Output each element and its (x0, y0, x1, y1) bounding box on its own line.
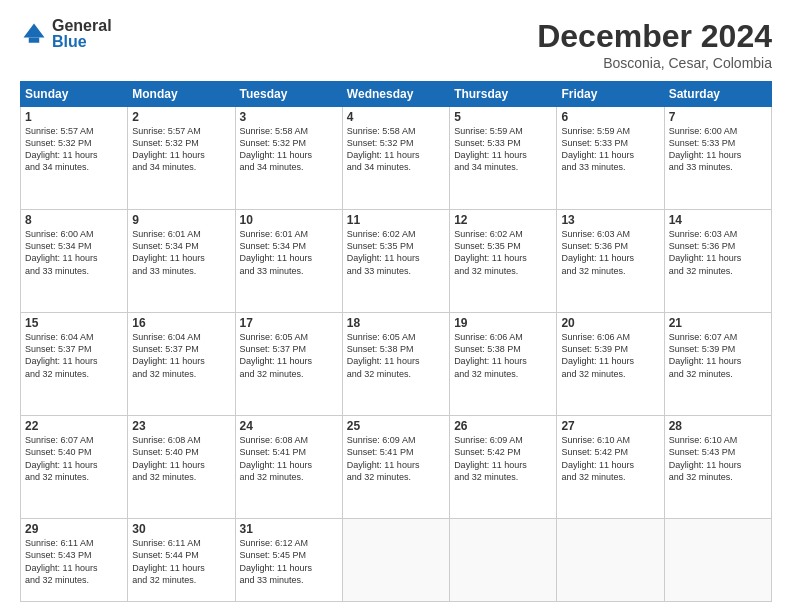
day-number: 4 (347, 110, 445, 124)
weekday-header: Tuesday (235, 82, 342, 107)
calendar-cell: 5Sunrise: 5:59 AM Sunset: 5:33 PM Daylig… (450, 107, 557, 210)
day-info: Sunrise: 5:57 AM Sunset: 5:32 PM Dayligh… (25, 125, 123, 174)
calendar-cell: 1Sunrise: 5:57 AM Sunset: 5:32 PM Daylig… (21, 107, 128, 210)
day-number: 17 (240, 316, 338, 330)
day-number: 28 (669, 419, 767, 433)
calendar-week-row: 1Sunrise: 5:57 AM Sunset: 5:32 PM Daylig… (21, 107, 772, 210)
calendar-cell: 9Sunrise: 6:01 AM Sunset: 5:34 PM Daylig… (128, 210, 235, 313)
day-info: Sunrise: 5:59 AM Sunset: 5:33 PM Dayligh… (454, 125, 552, 174)
day-info: Sunrise: 6:05 AM Sunset: 5:37 PM Dayligh… (240, 331, 338, 380)
calendar-cell: 17Sunrise: 6:05 AM Sunset: 5:37 PM Dayli… (235, 313, 342, 416)
day-info: Sunrise: 6:01 AM Sunset: 5:34 PM Dayligh… (240, 228, 338, 277)
logo-icon (20, 20, 48, 48)
logo-general-text: General (52, 18, 112, 34)
day-info: Sunrise: 6:09 AM Sunset: 5:41 PM Dayligh… (347, 434, 445, 483)
calendar-week-row: 22Sunrise: 6:07 AM Sunset: 5:40 PM Dayli… (21, 416, 772, 519)
day-info: Sunrise: 6:08 AM Sunset: 5:40 PM Dayligh… (132, 434, 230, 483)
day-number: 11 (347, 213, 445, 227)
day-info: Sunrise: 6:08 AM Sunset: 5:41 PM Dayligh… (240, 434, 338, 483)
day-info: Sunrise: 6:09 AM Sunset: 5:42 PM Dayligh… (454, 434, 552, 483)
title-block: December 2024 Bosconia, Cesar, Colombia (537, 18, 772, 71)
day-number: 13 (561, 213, 659, 227)
day-number: 15 (25, 316, 123, 330)
header-row: SundayMondayTuesdayWednesdayThursdayFrid… (21, 82, 772, 107)
calendar-cell: 19Sunrise: 6:06 AM Sunset: 5:38 PM Dayli… (450, 313, 557, 416)
day-info: Sunrise: 5:58 AM Sunset: 5:32 PM Dayligh… (240, 125, 338, 174)
calendar-cell: 20Sunrise: 6:06 AM Sunset: 5:39 PM Dayli… (557, 313, 664, 416)
calendar-cell: 24Sunrise: 6:08 AM Sunset: 5:41 PM Dayli… (235, 416, 342, 519)
calendar-cell (664, 519, 771, 602)
day-number: 22 (25, 419, 123, 433)
page: General Blue December 2024 Bosconia, Ces… (0, 0, 792, 612)
calendar-cell: 26Sunrise: 6:09 AM Sunset: 5:42 PM Dayli… (450, 416, 557, 519)
calendar-cell: 23Sunrise: 6:08 AM Sunset: 5:40 PM Dayli… (128, 416, 235, 519)
day-number: 9 (132, 213, 230, 227)
month-title: December 2024 (537, 18, 772, 55)
day-number: 3 (240, 110, 338, 124)
weekday-header: Monday (128, 82, 235, 107)
day-info: Sunrise: 6:01 AM Sunset: 5:34 PM Dayligh… (132, 228, 230, 277)
calendar-cell: 30Sunrise: 6:11 AM Sunset: 5:44 PM Dayli… (128, 519, 235, 602)
calendar-cell (450, 519, 557, 602)
day-info: Sunrise: 6:12 AM Sunset: 5:45 PM Dayligh… (240, 537, 338, 586)
calendar-cell: 11Sunrise: 6:02 AM Sunset: 5:35 PM Dayli… (342, 210, 449, 313)
day-info: Sunrise: 6:10 AM Sunset: 5:43 PM Dayligh… (669, 434, 767, 483)
calendar-cell: 25Sunrise: 6:09 AM Sunset: 5:41 PM Dayli… (342, 416, 449, 519)
day-number: 5 (454, 110, 552, 124)
calendar-cell: 31Sunrise: 6:12 AM Sunset: 5:45 PM Dayli… (235, 519, 342, 602)
day-number: 21 (669, 316, 767, 330)
day-number: 31 (240, 522, 338, 536)
calendar-cell: 8Sunrise: 6:00 AM Sunset: 5:34 PM Daylig… (21, 210, 128, 313)
calendar-cell: 15Sunrise: 6:04 AM Sunset: 5:37 PM Dayli… (21, 313, 128, 416)
day-number: 27 (561, 419, 659, 433)
weekday-header: Saturday (664, 82, 771, 107)
calendar-cell: 21Sunrise: 6:07 AM Sunset: 5:39 PM Dayli… (664, 313, 771, 416)
calendar-week-row: 15Sunrise: 6:04 AM Sunset: 5:37 PM Dayli… (21, 313, 772, 416)
calendar-cell: 6Sunrise: 5:59 AM Sunset: 5:33 PM Daylig… (557, 107, 664, 210)
weekday-header: Wednesday (342, 82, 449, 107)
calendar-cell: 7Sunrise: 6:00 AM Sunset: 5:33 PM Daylig… (664, 107, 771, 210)
day-info: Sunrise: 6:07 AM Sunset: 5:39 PM Dayligh… (669, 331, 767, 380)
day-info: Sunrise: 6:04 AM Sunset: 5:37 PM Dayligh… (132, 331, 230, 380)
day-info: Sunrise: 6:07 AM Sunset: 5:40 PM Dayligh… (25, 434, 123, 483)
calendar-cell (557, 519, 664, 602)
day-number: 12 (454, 213, 552, 227)
calendar-cell: 27Sunrise: 6:10 AM Sunset: 5:42 PM Dayli… (557, 416, 664, 519)
day-info: Sunrise: 6:00 AM Sunset: 5:34 PM Dayligh… (25, 228, 123, 277)
header: General Blue December 2024 Bosconia, Ces… (20, 18, 772, 71)
calendar-cell: 3Sunrise: 5:58 AM Sunset: 5:32 PM Daylig… (235, 107, 342, 210)
day-number: 2 (132, 110, 230, 124)
day-number: 14 (669, 213, 767, 227)
day-number: 29 (25, 522, 123, 536)
weekday-header: Friday (557, 82, 664, 107)
calendar-cell: 18Sunrise: 6:05 AM Sunset: 5:38 PM Dayli… (342, 313, 449, 416)
day-number: 26 (454, 419, 552, 433)
calendar-cell: 12Sunrise: 6:02 AM Sunset: 5:35 PM Dayli… (450, 210, 557, 313)
svg-rect-1 (29, 38, 40, 43)
day-number: 10 (240, 213, 338, 227)
calendar: SundayMondayTuesdayWednesdayThursdayFrid… (20, 81, 772, 602)
day-info: Sunrise: 6:10 AM Sunset: 5:42 PM Dayligh… (561, 434, 659, 483)
day-number: 7 (669, 110, 767, 124)
day-info: Sunrise: 6:02 AM Sunset: 5:35 PM Dayligh… (347, 228, 445, 277)
logo-text: General Blue (52, 18, 112, 50)
day-number: 8 (25, 213, 123, 227)
day-info: Sunrise: 6:06 AM Sunset: 5:39 PM Dayligh… (561, 331, 659, 380)
day-number: 30 (132, 522, 230, 536)
calendar-cell: 10Sunrise: 6:01 AM Sunset: 5:34 PM Dayli… (235, 210, 342, 313)
location: Bosconia, Cesar, Colombia (537, 55, 772, 71)
day-info: Sunrise: 6:06 AM Sunset: 5:38 PM Dayligh… (454, 331, 552, 380)
day-info: Sunrise: 6:02 AM Sunset: 5:35 PM Dayligh… (454, 228, 552, 277)
calendar-cell: 13Sunrise: 6:03 AM Sunset: 5:36 PM Dayli… (557, 210, 664, 313)
logo: General Blue (20, 18, 112, 50)
day-info: Sunrise: 5:57 AM Sunset: 5:32 PM Dayligh… (132, 125, 230, 174)
calendar-week-row: 29Sunrise: 6:11 AM Sunset: 5:43 PM Dayli… (21, 519, 772, 602)
day-info: Sunrise: 6:05 AM Sunset: 5:38 PM Dayligh… (347, 331, 445, 380)
day-number: 6 (561, 110, 659, 124)
calendar-cell (342, 519, 449, 602)
day-info: Sunrise: 6:04 AM Sunset: 5:37 PM Dayligh… (25, 331, 123, 380)
day-info: Sunrise: 6:11 AM Sunset: 5:43 PM Dayligh… (25, 537, 123, 586)
day-info: Sunrise: 6:11 AM Sunset: 5:44 PM Dayligh… (132, 537, 230, 586)
day-number: 16 (132, 316, 230, 330)
calendar-cell: 22Sunrise: 6:07 AM Sunset: 5:40 PM Dayli… (21, 416, 128, 519)
